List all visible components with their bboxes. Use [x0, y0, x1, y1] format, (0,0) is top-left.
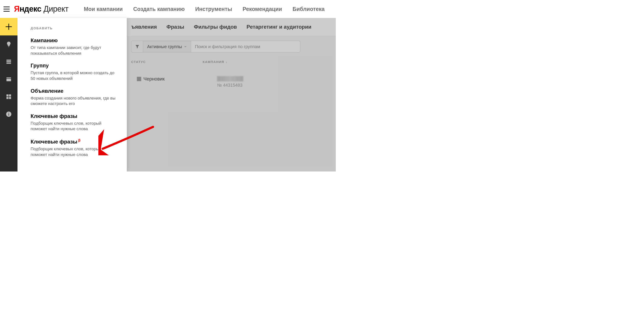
filter-search-placeholder: Поиск и фильтрация по группам: [195, 44, 260, 49]
logo-suffix: Директ: [44, 4, 68, 14]
sidebar-item-ideas[interactable]: [0, 36, 18, 53]
flyout-item-desc: Пустая группа, в которой можно создать д…: [30, 70, 118, 81]
svg-rect-7: [6, 97, 8, 99]
flyout-item-title: Ключевые фразы: [30, 113, 118, 119]
flyout-item-title: Объявление: [30, 88, 118, 94]
filter-search-input[interactable]: Поиск и фильтрация по группам: [191, 41, 300, 53]
nav-my-campaigns[interactable]: Мои кампании: [84, 6, 123, 12]
campaign-number: № 44315483: [217, 83, 243, 88]
nav-library[interactable]: Библиотека: [292, 6, 324, 12]
logo-prefix-rest: ндекс: [20, 4, 41, 14]
flyout-item-title: Кампанию: [30, 38, 118, 44]
svg-rect-4: [6, 79, 11, 81]
flyout-item-desc: От типа кампании зависит, где будут пока…: [30, 45, 118, 56]
flyout-item-ad[interactable]: Объявление Форма создания нового объявле…: [30, 88, 118, 107]
filter-active-groups-chip[interactable]: Активные группы: [143, 41, 191, 53]
tab-feed-filters[interactable]: Фильтры фидов: [194, 24, 237, 30]
status-square-icon: [137, 77, 141, 81]
campaign-cell: № 44315483: [217, 76, 243, 88]
col-status[interactable]: СТАТУС: [131, 60, 146, 64]
top-nav: Мои кампании Создать кампанию Инструмент…: [84, 6, 324, 12]
filter-funnel-button[interactable]: [131, 41, 143, 53]
sidebar-item-grid[interactable]: [0, 88, 18, 105]
svg-rect-6: [9, 95, 11, 97]
tab-retargeting[interactable]: Ретаргетинг и аудитории: [246, 24, 312, 30]
flyout-item-keywords[interactable]: Ключевые фразы Подборщик ключевых слов, …: [30, 113, 118, 132]
funnel-icon: [135, 44, 140, 49]
svg-rect-5: [6, 95, 8, 97]
flyout-item-keywords-beta[interactable]: Ключевые фразыβ Подборщик ключевых слов,…: [30, 138, 118, 157]
tab-phrases[interactable]: Фразы: [166, 24, 184, 30]
flyout-item-desc: Форма создания нового объявления, где вы…: [30, 95, 118, 107]
flyout-item-title: Группу: [30, 63, 118, 69]
flyout-item-desc: Подборщик ключевых слов, который поможет…: [30, 146, 118, 157]
chevron-down-icon: [184, 45, 187, 48]
nav-create-campaign[interactable]: Создать кампанию: [133, 6, 185, 12]
lightbulb-icon: [6, 41, 12, 47]
flyout-item-desc: Подборщик ключевых слов, который поможет…: [30, 121, 118, 132]
filter-bar: Активные группы Поиск и фильтрация по гр…: [131, 41, 336, 53]
svg-point-11: [8, 113, 9, 113]
svg-rect-0: [6, 60, 11, 61]
status-cell: Черновик: [137, 76, 164, 82]
svg-rect-2: [6, 63, 11, 64]
tab-partial-ads[interactable]: ъявления: [131, 24, 157, 30]
svg-rect-8: [9, 97, 11, 99]
menu-icon[interactable]: [2, 4, 11, 14]
nav-tools[interactable]: Инструменты: [195, 6, 232, 12]
info-icon: [6, 111, 12, 117]
flyout-item-group[interactable]: Группу Пустая группа, в которой можно со…: [30, 63, 118, 81]
flyout-item-title: Ключевые фразыβ: [30, 138, 118, 145]
table-header: СТАТУС КАМПАНИЯ: [131, 60, 336, 64]
status-text: Черновик: [144, 76, 164, 82]
campaign-name-blurred: [217, 76, 243, 81]
brand-logo[interactable]: Яндекс Директ: [14, 4, 68, 14]
sidebar-item-stack[interactable]: [0, 71, 18, 88]
plus-icon: [6, 24, 12, 30]
stack-icon: [6, 76, 12, 82]
left-sidebar: [0, 18, 18, 171]
sidebar-item-info[interactable]: [0, 105, 18, 123]
grid-icon: [6, 94, 12, 100]
sidebar-add-button[interactable]: [0, 18, 18, 36]
svg-rect-10: [8, 114, 9, 116]
table-row[interactable]: Черновик № 44315483: [137, 76, 336, 88]
nav-recommendations[interactable]: Рекомендации: [243, 6, 282, 12]
logo-prefix-first: Я: [14, 4, 20, 14]
sidebar-item-list[interactable]: [0, 53, 18, 71]
list-icon: [6, 59, 12, 65]
flyout-item-campaign[interactable]: Кампанию От типа кампании зависит, где б…: [30, 38, 118, 56]
filter-chip-label: Активные группы: [147, 44, 182, 49]
add-flyout-panel: ДОБАВИТЬ Кампанию От типа кампании завис…: [18, 18, 127, 171]
top-header: Яндекс Директ Мои кампании Создать кампа…: [0, 0, 336, 18]
svg-rect-1: [6, 61, 11, 62]
col-campaign[interactable]: КАМПАНИЯ: [203, 60, 228, 64]
svg-rect-3: [6, 78, 11, 78]
flyout-heading: ДОБАВИТЬ: [30, 26, 118, 30]
beta-badge: β: [78, 138, 80, 142]
